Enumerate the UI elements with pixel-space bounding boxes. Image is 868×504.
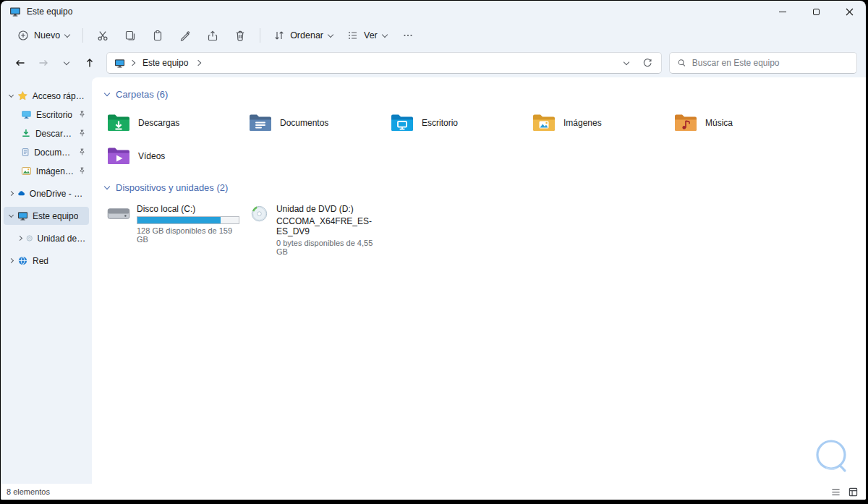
paste-icon	[152, 30, 163, 41]
dvd-disc-icon	[248, 203, 271, 225]
toolbar-separator	[82, 28, 83, 43]
folder-musica-icon	[673, 113, 698, 133]
cut-icon	[97, 30, 109, 41]
cut-button[interactable]	[90, 25, 116, 46]
back-button[interactable]	[9, 52, 31, 74]
new-button-label: Nuevo	[34, 30, 60, 40]
sidebar-item-escritorio[interactable]: Escritorio	[4, 106, 89, 124]
sidebar-item-label: OneDrive - Personal	[30, 189, 86, 199]
copy-icon	[124, 30, 136, 41]
drive-name: Disco local (C:)	[137, 204, 239, 214]
search-icon	[677, 58, 686, 68]
paste-button[interactable]	[145, 25, 171, 46]
view-button-label: Ver	[364, 30, 378, 40]
sidebar-item-dvd[interactable]: Unidad de DVD (D:)	[4, 229, 89, 247]
drive-free-space: 0 bytes disponibles de 4,55 GB	[276, 239, 381, 256]
sidebar-item-documentos[interactable]: Documentos	[4, 143, 89, 161]
chevron-down-icon[interactable]	[9, 212, 14, 217]
delete-button[interactable]	[227, 25, 253, 46]
navigation-bar: Este equipo	[1, 48, 866, 77]
pictures-icon	[21, 166, 32, 176]
forward-button[interactable]	[33, 52, 54, 74]
delete-icon	[234, 30, 246, 41]
sort-button[interactable]: Ordenar	[267, 25, 339, 46]
minimize-button[interactable]	[766, 1, 799, 22]
sidebar-item-onedrive[interactable]: OneDrive - Personal	[4, 184, 89, 202]
folder-descargas-icon	[106, 113, 131, 133]
chevron-down-icon	[382, 31, 388, 37]
refresh-button[interactable]	[638, 55, 657, 71]
sidebar-item-label: Unidad de DVD (D:)	[37, 234, 86, 244]
refresh-icon	[642, 58, 652, 68]
address-dropdown-button[interactable]	[620, 59, 633, 67]
chevron-down-icon	[64, 31, 70, 37]
documents-icon	[21, 147, 30, 158]
chevron-down-icon	[104, 184, 110, 189]
copy-button[interactable]	[117, 25, 143, 46]
folders-grid: Descargas Documentos Escritorio Imágenes…	[102, 108, 825, 175]
chevron-right-icon[interactable]	[17, 236, 22, 241]
thumbnails-view-icon	[848, 487, 858, 497]
group-header-dispositivos[interactable]: Dispositivos y unidades (2)	[105, 182, 866, 193]
chevron-down-icon[interactable]	[9, 92, 14, 97]
sidebar-item-label: Documentos	[34, 148, 74, 158]
close-button[interactable]	[833, 1, 866, 22]
watermark-circle-logo	[812, 436, 853, 477]
group-header-carpetas[interactable]: Carpetas (6)	[105, 89, 866, 100]
disk-usage-bar	[137, 216, 239, 224]
view-button[interactable]: Ver	[341, 25, 393, 46]
folder-tile-documentos[interactable]: Documentos	[244, 108, 386, 137]
thumbnails-view-button[interactable]	[846, 485, 860, 498]
more-options-button[interactable]	[395, 25, 421, 46]
search-input[interactable]	[692, 58, 849, 68]
drive-tile-disco-local[interactable]: Disco local (C:) 128 GB disponibles de 1…	[102, 202, 244, 257]
folder-tile-label: Escritorio	[422, 118, 458, 128]
details-view-icon	[831, 487, 841, 497]
folder-videos-icon	[106, 146, 131, 166]
sidebar-item-descargas[interactable]: Descargas	[4, 124, 89, 142]
drive-tile-dvd[interactable]: Unidad de DVD (D:) CCCOMA_X64FRE_ES-ES_D…	[244, 202, 386, 257]
sidebar-item-acceso-rapido[interactable]: Acceso rápido	[4, 87, 89, 105]
details-view-button[interactable]	[828, 485, 843, 498]
maximize-button[interactable]	[799, 1, 833, 22]
drives-grid: Disco local (C:) 128 GB disponibles de 1…	[102, 202, 866, 257]
sidebar-item-red[interactable]: Red	[4, 252, 89, 270]
recent-locations-icon	[64, 59, 69, 64]
chevron-right-icon[interactable]	[9, 258, 14, 263]
breadcrumb-chevron-icon[interactable]	[129, 60, 135, 66]
folder-tile-videos[interactable]: Vídeos	[102, 142, 244, 171]
rename-button[interactable]	[172, 25, 198, 46]
folder-tile-descargas[interactable]: Descargas	[102, 108, 244, 137]
toolbar-separator	[260, 28, 260, 43]
pin-icon	[78, 111, 86, 119]
chevron-down-icon	[104, 90, 110, 96]
pin-icon	[78, 167, 86, 175]
share-button[interactable]	[200, 25, 226, 46]
sidebar-item-label: Acceso rápido	[33, 91, 86, 101]
new-button[interactable]: Nuevo	[11, 25, 76, 46]
group-title: Dispositivos y unidades (2)	[116, 182, 228, 193]
onedrive-cloud-icon	[17, 188, 25, 199]
chevron-right-icon[interactable]	[9, 191, 14, 196]
address-bar[interactable]: Este equipo	[106, 52, 662, 74]
breadcrumb-segment[interactable]: Este equipo	[140, 56, 191, 69]
sidebar-item-imagenes[interactable]: Imágenes	[4, 162, 89, 180]
folder-tile-musica[interactable]: Música	[669, 108, 811, 137]
search-box[interactable]	[669, 52, 857, 74]
this-pc-icon	[114, 58, 125, 69]
recent-locations-button[interactable]	[56, 52, 77, 74]
folder-tile-label: Descargas	[138, 118, 179, 128]
folder-tile-imagenes[interactable]: Imágenes	[527, 108, 669, 137]
drive-name: Unidad de DVD (D:)	[276, 204, 381, 214]
breadcrumb-chevron-icon[interactable]	[195, 60, 201, 66]
folder-tile-escritorio[interactable]: Escritorio	[386, 108, 527, 137]
items-view: Carpetas (6) Descargas Documentos Escrit…	[92, 77, 866, 484]
back-icon	[14, 57, 26, 69]
sidebar-item-este-equipo[interactable]: Este equipo	[4, 207, 89, 225]
up-button[interactable]	[79, 52, 101, 74]
sidebar-item-label: Escritorio	[36, 110, 72, 120]
title-bar: Este equipo	[1, 1, 866, 22]
maximize-icon	[813, 9, 820, 15]
group-title: Carpetas (6)	[116, 89, 168, 100]
status-bar: 8 elementos	[1, 484, 866, 500]
